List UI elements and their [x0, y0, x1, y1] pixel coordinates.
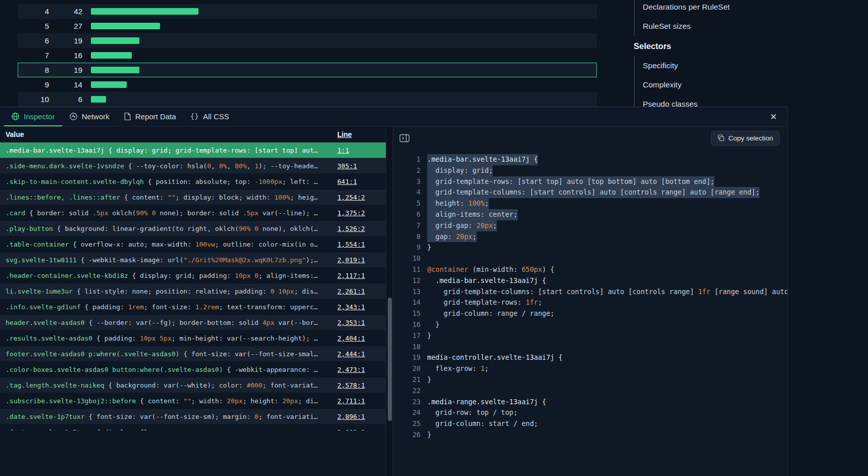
- ruleset-chart: 442527619716819914106: [18, 4, 597, 107]
- nav-group-selectors: SpecificityComplexityPseudo classes: [634, 56, 868, 107]
- nav-section-selectors[interactable]: Selectors: [634, 36, 868, 56]
- tab-network[interactable]: Network: [62, 107, 117, 126]
- line-number: 8: [393, 231, 427, 243]
- sidebar-item-complexity[interactable]: Complexity: [635, 75, 868, 94]
- rule-line-link[interactable]: 2,353:1: [337, 319, 365, 326]
- inspector-panel: InspectorNetworkReport Data{}All CSS✕ Va…: [0, 107, 788, 476]
- table-row[interactable]: .media-bar.svelte-13aai7j { display: gri…: [0, 142, 386, 158]
- tab-inspector[interactable]: Inspector: [4, 107, 62, 126]
- table-scrollbar[interactable]: [386, 127, 393, 476]
- code-line-text: }: [427, 319, 439, 330]
- rule-line-link[interactable]: 2,117:1: [337, 272, 365, 279]
- rule-line-cell: 2,261:1: [333, 288, 386, 295]
- code-line: 14 grid-template-rows: 1fr;: [393, 297, 787, 308]
- rule-line-link[interactable]: 2,343:1: [337, 303, 365, 311]
- line-number: 1: [393, 154, 427, 165]
- table-row[interactable]: .tag.length.svelte-naikeq { background: …: [0, 377, 386, 393]
- rule-value: svg.svelte-1tw8111 { -webkit-mask-image:…: [0, 256, 333, 264]
- rule-line-link[interactable]: 2,896:1: [337, 413, 365, 420]
- rule-line-link[interactable]: 305:1: [337, 162, 357, 170]
- code-line-text: .media-bar.svelte-13aai7j {: [427, 154, 538, 165]
- table-row[interactable]: .info.svelte-gd1unf { padding: 1rem; fon…: [0, 299, 386, 315]
- line-number: 3: [393, 176, 427, 187]
- rule-value: .date.svelte-1p7tuxr { font-size: var(--…: [0, 413, 333, 420]
- rule-value: .results.svelte-asdas0 { padding: 10px 5…: [0, 335, 333, 342]
- table-row[interactable]: .lines::before, .lines::after { content:…: [0, 189, 386, 205]
- ruleset-count: 19: [49, 66, 82, 74]
- copy-icon: [718, 134, 725, 141]
- copy-selection-label: Copy selection: [728, 134, 773, 142]
- rule-line-link[interactable]: 1,375:2: [337, 209, 365, 217]
- table-row[interactable]: .header-container.svelte-kbdi8z { displa…: [0, 268, 386, 283]
- rule-line-link[interactable]: 2,444:1: [337, 350, 365, 358]
- sidebar-item-declarations-per-ruleset[interactable]: Declarations per RuleSet: [635, 0, 868, 17]
- rule-line-link[interactable]: 2,404:1: [337, 335, 365, 342]
- table-row[interactable]: .play-button { background: linear-gradie…: [0, 221, 386, 236]
- sidebar-item-ruleset-sizes[interactable]: RuleSet sizes: [635, 17, 868, 36]
- line-number: 21: [393, 374, 427, 386]
- panel-toggle-icon[interactable]: [399, 134, 410, 142]
- chart-row[interactable]: 442: [18, 4, 597, 19]
- tab-all-css[interactable]: {}All CSS: [183, 107, 236, 126]
- sidebar-item-pseudo-classes[interactable]: Pseudo classes: [635, 94, 868, 107]
- line-number: 10: [393, 253, 427, 264]
- table-row[interactable]: .side-menu.dark.svelte-1vsndze { --toy-c…: [0, 158, 386, 174]
- chart-row[interactable]: 819: [18, 63, 597, 77]
- rule-value: .play-button { background: linear-gradie…: [0, 225, 333, 232]
- rule-line-link[interactable]: 1,254:2: [337, 194, 365, 201]
- rule-line-cell: 2,019:1: [333, 256, 386, 264]
- ruleset-size: 7: [18, 51, 49, 60]
- analyzer-nav: Declarations per RuleSetRuleSet sizes Se…: [634, 0, 868, 107]
- close-icon[interactable]: ✕: [766, 111, 781, 123]
- table-row[interactable]: .footer.svelte-1p7tuxr { display: flex; …: [0, 424, 386, 431]
- line-number: 22: [393, 386, 427, 397]
- tab-report-data[interactable]: Report Data: [117, 107, 183, 126]
- scrollbar-thumb[interactable]: [388, 298, 392, 421]
- rule-line-link[interactable]: 2,473:1: [337, 366, 365, 373]
- code-editor[interactable]: 1.media-bar.svelte-13aai7j {2 display: g…: [393, 149, 787, 476]
- chart-row[interactable]: 914: [18, 77, 597, 92]
- column-header-value[interactable]: Value: [0, 130, 333, 138]
- table-row[interactable]: footer.svelte-asdas0 p:where(.svelte-asd…: [0, 346, 386, 362]
- code-line-text: align-items: center;: [427, 209, 518, 220]
- rule-line-link[interactable]: 1:1: [337, 147, 349, 154]
- rule-line-link[interactable]: 1,554:1: [337, 241, 365, 248]
- line-number: 7: [393, 220, 427, 231]
- table-row[interactable]: svg.svelte-1tw8111 { -webkit-mask-image:…: [0, 252, 386, 268]
- table-row[interactable]: .card { border: solid .5px oklch(90% 0 n…: [0, 205, 386, 221]
- rule-line-link[interactable]: 2,578:1: [337, 382, 365, 389]
- rule-line-link[interactable]: 2,019:1: [337, 256, 365, 264]
- chart-row[interactable]: 527: [18, 19, 597, 33]
- column-header-line[interactable]: Line: [333, 130, 386, 138]
- rule-line-link[interactable]: 641:1: [337, 178, 357, 185]
- code-line: 22: [393, 386, 787, 397]
- tab-label: Network: [82, 112, 110, 121]
- rule-value: .color-boxes.svelte-asdas0 button:where(…: [0, 366, 333, 373]
- tab-label: Inspector: [24, 112, 55, 121]
- table-row[interactable]: header.svelte-asdas0 { --border: var(--f…: [0, 315, 386, 330]
- table-row[interactable]: .skip-to-main-content.svelte-dbylqh { po…: [0, 174, 386, 189]
- code-line-text: }: [427, 330, 431, 342]
- table-row[interactable]: .subscribe.svelte-13gboj2::before { cont…: [0, 393, 386, 409]
- rule-line-link[interactable]: 2,711:1: [337, 397, 365, 405]
- ruleset-bar: [91, 96, 106, 103]
- table-row[interactable]: .results.svelte-asdas0 { padding: 10px 5…: [0, 330, 386, 346]
- rule-line-cell: 2,473:1: [333, 366, 386, 373]
- chart-row[interactable]: 106: [18, 92, 597, 107]
- rule-value: header.svelte-asdas0 { --border: var(--f…: [0, 319, 333, 326]
- table-row[interactable]: .color-boxes.svelte-asdas0 button:where(…: [0, 362, 386, 377]
- rule-line-link[interactable]: 1,526:2: [337, 225, 365, 232]
- copy-selection-button[interactable]: Copy selection: [711, 131, 780, 146]
- page-top-section: 442527619716819914106 Declarations per R…: [0, 0, 868, 107]
- rule-line-link[interactable]: 2,901:1: [337, 429, 365, 431]
- table-row[interactable]: li.svelte-1ume3ur { list-style: none; po…: [0, 283, 386, 299]
- chart-row[interactable]: 619: [18, 33, 597, 48]
- rule-line-link[interactable]: 2,261:1: [337, 288, 365, 295]
- rule-value: .skip-to-main-content.svelte-dbylqh { po…: [0, 178, 333, 185]
- code-line-text: display: grid;: [427, 165, 493, 176]
- sidebar-item-specificity[interactable]: Specificity: [635, 56, 868, 75]
- table-row[interactable]: .table-container { overflow-x: auto; max…: [0, 236, 386, 252]
- table-row[interactable]: .date.svelte-1p7tuxr { font-size: var(--…: [0, 409, 386, 424]
- chart-row[interactable]: 716: [18, 48, 597, 63]
- line-number: 18: [393, 342, 427, 353]
